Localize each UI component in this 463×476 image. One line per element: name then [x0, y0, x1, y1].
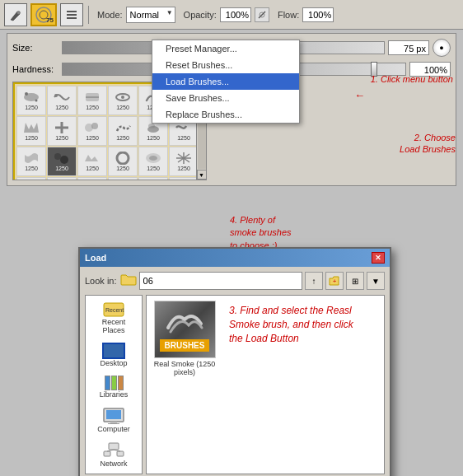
view-menu-btn[interactable]: ▼ — [367, 272, 385, 290]
svg-rect-41 — [106, 410, 121, 419]
dialog-toolbar: Look in: ↑ + ⊞ ▼ — [85, 272, 385, 290]
dialog-close-button[interactable]: ✕ — [372, 252, 385, 264]
brush-cell[interactable]: 1250 — [47, 177, 77, 180]
svg-point-26 — [117, 152, 129, 164]
menu-item-save-brushes[interactable]: Save Brushes... — [152, 90, 299, 106]
svg-point-25 — [60, 156, 68, 164]
opacity-icon[interactable] — [255, 7, 269, 22]
svg-rect-46 — [117, 451, 124, 456]
svg-rect-43 — [108, 423, 119, 424]
dialog-title: Load — [85, 253, 106, 263]
sidebar-label-computer: Computer — [97, 425, 130, 433]
folder-bar: ↑ + ⊞ ▼ — [120, 272, 385, 290]
size-value: 75 px — [388, 40, 429, 55]
brushes-label: BRUSHES — [160, 339, 210, 352]
arrow-to-menu: ← — [354, 89, 365, 101]
mode-select-wrapper[interactable]: Normal — [126, 7, 175, 23]
brush-cell[interactable]: 1250 — [77, 177, 107, 180]
brush-cell[interactable]: 1250 — [77, 116, 107, 146]
look-in-label: Look in: — [85, 276, 117, 286]
sidebar-item-desktop[interactable]: Desktop — [89, 340, 138, 370]
dialog-sidebar: Recent Recent Places Desktop Libraries — [85, 295, 143, 474]
folder-up-btn[interactable]: ↑ — [305, 272, 323, 290]
svg-rect-45 — [104, 451, 110, 456]
svg-rect-3 — [67, 11, 77, 12]
sidebar-item-network[interactable]: Network — [89, 439, 138, 470]
brush-cell[interactable]: 1250 — [108, 86, 138, 115]
scroll-down-btn[interactable]: ▼ — [197, 170, 207, 180]
svg-point-24 — [54, 153, 61, 160]
sidebar-item-computer[interactable]: Computer — [89, 404, 138, 436]
file-item-label: Real Smoke (1250pixels) — [154, 360, 216, 376]
sidebar-label-desktop: Desktop — [100, 359, 127, 367]
brush-cell[interactable]: 1250 — [108, 177, 138, 180]
brush-cell[interactable]: 1250 — [77, 86, 107, 115]
brush-cell[interactable]: 1250 — [77, 147, 107, 176]
view-toggle-btn[interactable]: ⊞ — [346, 272, 364, 290]
svg-point-0 — [17, 11, 21, 14]
sidebar-label-recent: Recent Places — [91, 318, 137, 334]
brush-cell[interactable]: 1250 — [169, 177, 199, 180]
file-item-brushes[interactable]: BRUSHES Real Smoke (1250pixels) — [152, 301, 217, 376]
svg-rect-44 — [109, 443, 119, 450]
mode-select[interactable]: Normal — [126, 7, 175, 23]
menu-item-reset-brushes[interactable]: Reset Brushes... — [152, 57, 299, 73]
menu-item-preset-manager[interactable]: Preset Manager... — [152, 40, 299, 57]
toolbar-separator — [88, 6, 89, 24]
folder-input[interactable] — [139, 272, 302, 290]
brush-cell[interactable]: 1250 — [47, 147, 77, 176]
svg-point-28 — [149, 156, 157, 161]
annotation-step2: 2. ChooseLoad Brushes — [373, 132, 456, 156]
brush-cell[interactable]: 1250 — [138, 177, 168, 180]
brush-options-icon[interactable] — [60, 3, 83, 26]
dialog-titlebar: Load ✕ — [80, 249, 390, 267]
folder-new-btn[interactable]: + — [325, 272, 344, 290]
annotation-step3: 3. Find and select the ReaslSmoke brush,… — [229, 304, 369, 345]
svg-rect-4 — [67, 14, 77, 16]
dialog-main-area: Recent Recent Places Desktop Libraries — [85, 295, 385, 474]
brush-cell[interactable]: 1250 — [108, 147, 138, 176]
dialog-body: Look in: ↑ + ⊞ ▼ — [80, 267, 390, 476]
sidebar-label-network: Network — [100, 460, 127, 468]
load-dialog: Load ✕ Look in: ↑ + ⊞ — [78, 247, 391, 476]
svg-point-9 — [35, 100, 38, 102]
menu-item-load-brushes[interactable]: Load Brushes... — [152, 73, 299, 90]
brush-cell[interactable]: 1250 — [16, 177, 46, 180]
brush-cell[interactable]: 1250 — [16, 116, 46, 146]
svg-point-14 — [121, 96, 124, 99]
menu-item-replace-brushes[interactable]: Replace Brushes... — [152, 106, 299, 123]
size-label: Size: — [12, 43, 62, 53]
svg-point-10 — [54, 94, 58, 97]
svg-text:Recent: Recent — [105, 307, 124, 313]
brush-panel-wrapper: Size: 75 px ● Hardness: 100% 1250 — [3, 33, 460, 186]
brush-preset-picker[interactable]: 75 — [30, 3, 57, 26]
opacity-label: Opacity: — [184, 10, 217, 20]
brush-cell[interactable]: 1250 — [47, 86, 77, 115]
brush-cell[interactable]: 1250 — [108, 116, 138, 146]
sidebar-label-libraries: Libraries — [100, 390, 129, 399]
svg-rect-42 — [110, 422, 117, 423]
svg-point-23 — [148, 124, 155, 128]
svg-point-8 — [25, 92, 28, 96]
brush-cell[interactable]: 1250 — [16, 147, 46, 176]
folder-icon — [120, 273, 137, 289]
brush-cell[interactable]: 1250 — [138, 147, 168, 176]
dialog-file-area: BRUSHES Real Smoke (1250pixels) 3. Find … — [146, 295, 385, 474]
svg-rect-5 — [67, 17, 77, 19]
brush-cell[interactable]: 1250 — [169, 147, 199, 176]
annotation-step1: 1. Click menu button — [371, 74, 453, 84]
sidebar-item-recent[interactable]: Recent Recent Places — [89, 299, 138, 337]
brush-dropdown-menu: Preset Manager... Reset Brushes... Load … — [152, 40, 300, 124]
brush-cell[interactable]: 1250 — [16, 86, 46, 115]
size-lock-btn[interactable]: ● — [433, 39, 451, 57]
sidebar-item-libraries[interactable]: Libraries — [89, 373, 138, 401]
main-toolbar: 75 Mode: Normal Opacity: Flow: — [0, 0, 463, 30]
mode-label: Mode: — [97, 10, 123, 20]
brush-cell[interactable]: 1250 — [47, 116, 77, 146]
opacity-input[interactable] — [220, 7, 251, 22]
hardness-label: Hardness: — [12, 64, 62, 74]
flow-input[interactable] — [302, 7, 334, 22]
svg-point-21 — [91, 123, 98, 129]
svg-text:+: + — [333, 278, 337, 285]
brush-tool-icon[interactable] — [4, 3, 27, 26]
